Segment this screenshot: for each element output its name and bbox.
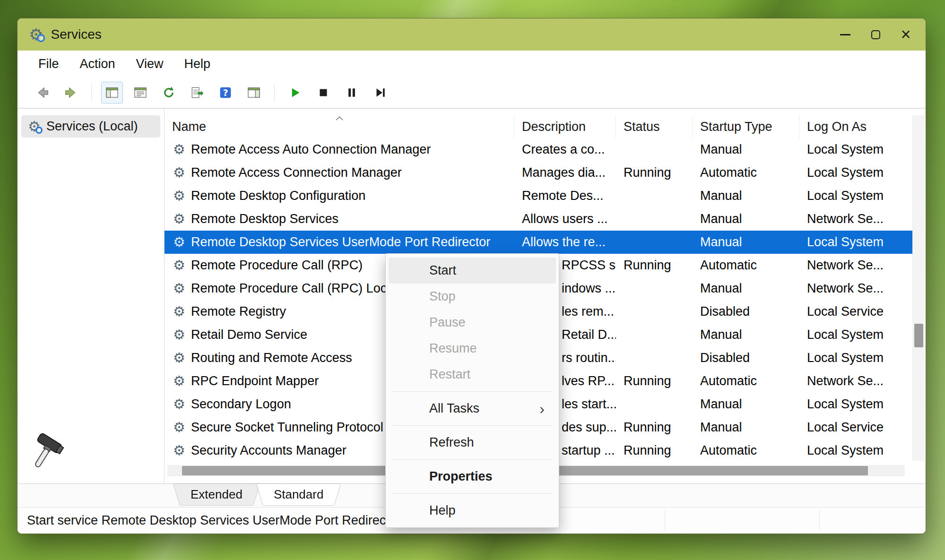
context-menu-item-restart: Restart (389, 362, 556, 388)
svg-text:?: ? (223, 87, 228, 98)
menubar-item-view[interactable]: View (126, 53, 174, 75)
service-name-cell: ⚙Remote Desktop Services UserMode Port R… (165, 231, 514, 254)
start-service-button[interactable] (284, 82, 306, 103)
service-gear-icon: ⚙ (173, 258, 185, 272)
refresh-icon (161, 85, 176, 100)
column-header-label: Description (522, 120, 586, 134)
menubar-item-file[interactable]: File (28, 53, 69, 75)
action-pane-icon (246, 85, 261, 100)
service-gear-icon: ⚙ (173, 143, 185, 156)
context-menu-item-all-tasks[interactable]: All Tasks› (389, 396, 556, 422)
menu-separator (392, 493, 552, 494)
column-header-logon[interactable]: Log On As (799, 115, 912, 138)
service-status-cell: Running (616, 370, 693, 393)
vertical-scrollbar[interactable] (912, 115, 925, 461)
minimize-button[interactable] (830, 22, 860, 47)
back-button[interactable] (32, 82, 53, 103)
context-menu-item-label: All Tasks (429, 401, 479, 416)
service-startup-type-cell: Automatic (693, 254, 799, 277)
service-gear-icon: ⚙ (173, 328, 185, 342)
service-status-cell: Running (616, 439, 693, 462)
status-text: Start service Remote Desktop Services Us… (27, 513, 401, 528)
service-name-label: Remote Desktop Services UserMode Port Re… (191, 235, 490, 250)
tab-extended[interactable]: Extended (173, 484, 260, 505)
service-gear-icon: ⚙ (173, 351, 185, 365)
title-bar[interactable]: ⚙ Services × (17, 18, 926, 51)
context-menu-item-label: Help (429, 503, 456, 518)
services-gear-icon: ⚙ (28, 120, 41, 134)
service-startup-type-cell: Manual (693, 184, 799, 207)
table-row[interactable]: ⚙Remote Desktop Services UserMode Port R… (165, 231, 912, 254)
service-name-cell: ⚙Remote Desktop Configuration (165, 184, 514, 207)
pause-service-button[interactable] (341, 82, 363, 103)
context-menu-item-help[interactable]: Help (389, 498, 556, 524)
service-name-label: Remote Access Connection Manager (191, 165, 402, 180)
service-startup-type-cell: Disabled (693, 346, 799, 370)
context-menu-item-label: Stop (429, 289, 456, 304)
maximize-button[interactable] (860, 22, 891, 47)
service-name-label: Routing and Remote Access (191, 351, 352, 365)
menubar-item-action[interactable]: Action (69, 53, 126, 75)
sidebar-item-services-local[interactable]: ⚙ Services (Local) (21, 115, 160, 138)
context-menu-item-properties[interactable]: Properties (389, 464, 556, 490)
table-row[interactable]: ⚙Remote Desktop ConfigurationRemote Des.… (165, 184, 912, 207)
service-status-cell (616, 393, 693, 416)
vertical-scrollbar-thumb[interactable] (914, 324, 923, 347)
column-header-status[interactable]: Status (616, 115, 693, 138)
column-header-desc[interactable]: Description (514, 115, 616, 138)
help-icon: ? (218, 85, 233, 100)
service-gear-icon: ⚙ (173, 212, 185, 226)
column-header-label: Status (624, 120, 660, 134)
context-menu-item-label: Properties (429, 469, 493, 484)
show-console-tree-button[interactable] (101, 82, 123, 103)
service-startup-type-cell: Manual (693, 231, 799, 254)
service-status-cell: Running (616, 254, 693, 277)
service-status-cell (616, 207, 693, 231)
start-service-icon (288, 86, 302, 100)
context-menu-item-resume: Resume (389, 336, 556, 362)
service-name-label: Security Accounts Manager (191, 443, 347, 458)
properties-toolbar-button[interactable] (130, 82, 151, 103)
toolbar-separator (274, 84, 275, 101)
service-logon-cell: Local System (799, 439, 912, 462)
menubar-item-help[interactable]: Help (174, 53, 221, 75)
service-name-label: Secondary Logon (191, 397, 291, 412)
service-gear-icon: ⚙ (173, 305, 185, 319)
service-name-cell: ⚙Remote Desktop Services (165, 207, 514, 231)
refresh-button[interactable] (158, 82, 180, 103)
action-pane-button[interactable] (243, 82, 265, 103)
service-name-label: Remote Desktop Services (191, 212, 338, 226)
service-logon-cell: Local System (799, 323, 912, 346)
restart-service-button[interactable] (369, 82, 391, 103)
tab-standard[interactable]: Standard (257, 484, 341, 505)
close-button[interactable]: × (891, 22, 921, 47)
service-logon-cell: Network Se... (799, 277, 912, 300)
column-header-startup[interactable]: Startup Type (693, 115, 799, 138)
service-startup-type-cell: Manual (693, 323, 799, 346)
forward-button[interactable] (60, 82, 82, 103)
table-row[interactable]: ⚙Remote Access Auto Connection ManagerCr… (165, 138, 912, 161)
context-menu-item-start[interactable]: Start (389, 258, 556, 284)
desktop-wallpaper: ⚙ Services × FileActionViewHelp (0, 0, 945, 560)
context-menu-item-refresh[interactable]: Refresh (389, 430, 556, 456)
service-startup-type-cell: Manual (693, 416, 799, 439)
stop-service-button[interactable] (312, 82, 334, 103)
column-header-name[interactable]: Name (165, 115, 514, 138)
service-startup-type-cell: Manual (693, 277, 799, 300)
submenu-chevron-icon: › (539, 401, 545, 416)
service-status-cell (616, 231, 693, 254)
table-row[interactable]: ⚙Remote Access Connection ManagerManages… (165, 161, 912, 184)
pause-service-icon (345, 86, 359, 100)
service-gear-icon: ⚙ (173, 374, 185, 388)
table-row[interactable]: ⚙Remote Desktop ServicesAllows users ...… (165, 207, 912, 231)
menu-separator (392, 391, 552, 392)
export-list-button[interactable] (186, 82, 208, 103)
context-menu: StartStopPauseResumeRestartAll Tasks›Ref… (385, 253, 559, 528)
help-button[interactable]: ? (215, 82, 236, 103)
service-logon-cell: Local System (799, 231, 912, 254)
service-name-label: Remote Procedure Call (RPC) (191, 258, 363, 273)
service-status-cell (616, 138, 693, 161)
service-startup-type-cell: Automatic (693, 161, 799, 184)
menu-bar: FileActionViewHelp (17, 51, 926, 77)
service-name-label: Remote Registry (191, 304, 286, 319)
